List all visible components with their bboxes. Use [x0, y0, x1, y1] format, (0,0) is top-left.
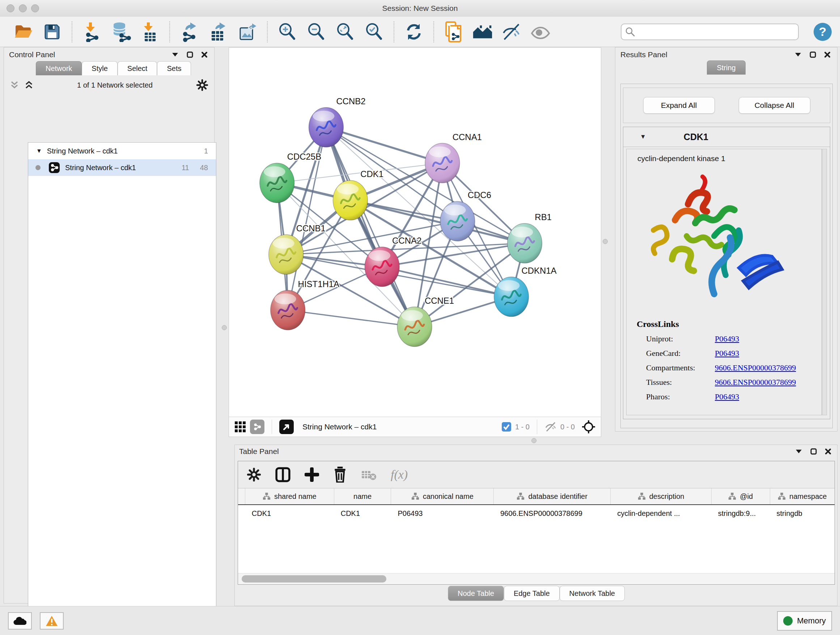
- edge-CCNA2-CDKN1A[interactable]: [382, 267, 511, 297]
- help-icon[interactable]: ?: [813, 22, 833, 42]
- column-header[interactable]: @id: [712, 488, 770, 504]
- table-horizontal-scrollbar[interactable]: [238, 573, 835, 584]
- node-CDKN1A[interactable]: CDKN1A: [494, 266, 557, 317]
- zoom-out-icon[interactable]: [306, 22, 326, 42]
- column-header[interactable]: name: [334, 488, 392, 504]
- cloud-icon: [13, 616, 27, 625]
- node-HIST1H1A[interactable]: HIST1H1A: [271, 279, 339, 330]
- search-input[interactable]: [621, 24, 799, 40]
- node-label-CDC25B: CDC25B: [287, 152, 321, 162]
- selected-checkbox-icon[interactable]: [501, 422, 512, 432]
- warnings-button[interactable]: [40, 612, 64, 630]
- window-close-button[interactable]: [6, 4, 14, 12]
- edge-HIST1H1A-CCNE1[interactable]: [288, 310, 415, 327]
- splitter-handle[interactable]: [603, 239, 608, 244]
- network-share-view-icon[interactable]: [250, 420, 264, 434]
- crosslink-genecard[interactable]: P06493: [715, 348, 739, 358]
- results-scrollbar[interactable]: [822, 149, 827, 415]
- expand-all-icon[interactable]: [24, 80, 34, 90]
- entry-caret-icon[interactable]: ▼: [640, 133, 646, 141]
- grid-view-icon[interactable]: [234, 421, 246, 433]
- import-table-file-icon[interactable]: [140, 22, 160, 42]
- column-header[interactable]: description: [611, 488, 712, 504]
- node-CCNE1[interactable]: CCNE1: [397, 296, 454, 347]
- panel-maximize-icon[interactable]: [187, 51, 193, 58]
- tree-caret-icon[interactable]: ▼: [36, 148, 42, 154]
- crosslink-uniprot[interactable]: P06493: [715, 334, 739, 344]
- import-network-database-icon[interactable]: [111, 22, 131, 42]
- zoom-in-icon[interactable]: [277, 22, 297, 42]
- tab-node-table[interactable]: Node Table: [448, 586, 504, 601]
- splitter-handle[interactable]: [222, 325, 227, 330]
- column-header[interactable]: namespace: [770, 488, 835, 504]
- column-header[interactable]: shared name: [245, 488, 334, 504]
- node-CDK1[interactable]: CDK1: [333, 169, 384, 220]
- network-canvas[interactable]: CCNB2CCNA1CDC25BCDK1CDC6RB1CCNB1CCNA2CDK…: [229, 48, 601, 417]
- panel-float-icon[interactable]: [794, 52, 802, 57]
- network-collection-row[interactable]: ▼ String Network – cdk1 1: [28, 143, 216, 159]
- panel-float-icon[interactable]: [172, 52, 179, 57]
- tab-network[interactable]: Network: [36, 61, 82, 75]
- gear-icon[interactable]: [196, 79, 208, 91]
- collapse-all-icon[interactable]: [10, 80, 19, 90]
- memory-button[interactable]: Memory: [777, 611, 832, 631]
- first-neighbors-icon[interactable]: [472, 22, 493, 42]
- cloud-services-button[interactable]: [8, 612, 32, 630]
- tab-sets[interactable]: Sets: [157, 61, 191, 75]
- column-header[interactable]: canonical name: [391, 488, 494, 504]
- panel-maximize-icon[interactable]: [810, 51, 816, 58]
- splitter-handle[interactable]: [531, 438, 537, 443]
- panel-float-icon[interactable]: [795, 449, 802, 454]
- hide-selected-icon[interactable]: [501, 22, 522, 42]
- collapse-all-button[interactable]: Collapse All: [739, 97, 810, 114]
- save-session-icon[interactable]: [42, 22, 62, 42]
- window-minimize-button[interactable]: [19, 4, 27, 12]
- network-row[interactable]: String Network – cdk1 11 48: [28, 159, 216, 176]
- refresh-layout-icon[interactable]: [404, 22, 424, 42]
- toolbar-separator: [433, 21, 434, 42]
- table-gear-icon[interactable]: [247, 467, 261, 482]
- node-CCNB2[interactable]: CCNB2: [309, 96, 366, 147]
- node-label-CDK1: CDK1: [360, 169, 384, 179]
- tab-edge-table[interactable]: Edge Table: [504, 586, 560, 601]
- crosslink-compartments[interactable]: 9606.ENSP00000378699: [715, 363, 796, 372]
- table-row[interactable]: CDK1 CDK1 P06493 9606.ENSP00000378699 cy…: [238, 505, 835, 522]
- edge-CCNB2-CCNA1[interactable]: [326, 127, 442, 163]
- open-session-icon[interactable]: [13, 22, 33, 42]
- clone-network-icon[interactable]: [444, 22, 464, 42]
- zoom-fit-icon[interactable]: [335, 22, 355, 42]
- zoom-selected-icon[interactable]: [364, 22, 384, 42]
- tab-select[interactable]: Select: [118, 61, 157, 75]
- function-builder-icon[interactable]: f(x): [391, 468, 408, 481]
- hidden-eye-slash-icon[interactable]: [545, 422, 557, 432]
- tab-network-table[interactable]: Network Table: [560, 586, 625, 601]
- column-header[interactable]: database identifier: [494, 488, 611, 504]
- scrollbar-thumb[interactable]: [242, 575, 386, 583]
- panel-close-icon[interactable]: [824, 51, 831, 58]
- panel-maximize-icon[interactable]: [810, 448, 817, 455]
- export-table-icon[interactable]: [208, 22, 229, 42]
- node-RB1[interactable]: RB1: [508, 212, 552, 263]
- network-graph[interactable]: CCNB2CCNA1CDC25BCDK1CDC6RB1CCNB1CCNA2CDK…: [229, 48, 601, 417]
- crosslink-tissues[interactable]: 9606.ENSP00000378699: [715, 378, 796, 387]
- delete-table-icon[interactable]: [361, 468, 377, 481]
- tab-style[interactable]: Style: [82, 61, 117, 75]
- network-view-title: String Network – cdk1: [302, 423, 377, 431]
- tab-string[interactable]: String: [707, 60, 745, 74]
- show-columns-icon[interactable]: [275, 467, 291, 483]
- show-all-icon[interactable]: [531, 22, 551, 42]
- edge-CCNB2-CCNE1[interactable]: [326, 127, 415, 327]
- node-CCNA1[interactable]: CCNA1: [425, 132, 482, 183]
- window-zoom-button[interactable]: [31, 4, 39, 12]
- export-network-icon[interactable]: [180, 22, 200, 42]
- delete-column-icon[interactable]: [333, 467, 347, 483]
- create-column-icon[interactable]: [305, 467, 319, 482]
- export-image-icon[interactable]: [237, 22, 257, 42]
- panel-close-icon[interactable]: [825, 448, 831, 455]
- crosshair-icon[interactable]: [581, 420, 596, 434]
- crosslink-pharos[interactable]: P06493: [715, 392, 739, 402]
- panel-close-icon[interactable]: [201, 51, 208, 58]
- birdseye-view-icon[interactable]: [279, 420, 294, 434]
- expand-all-button[interactable]: Expand All: [643, 97, 715, 114]
- import-network-file-icon[interactable]: [82, 22, 102, 42]
